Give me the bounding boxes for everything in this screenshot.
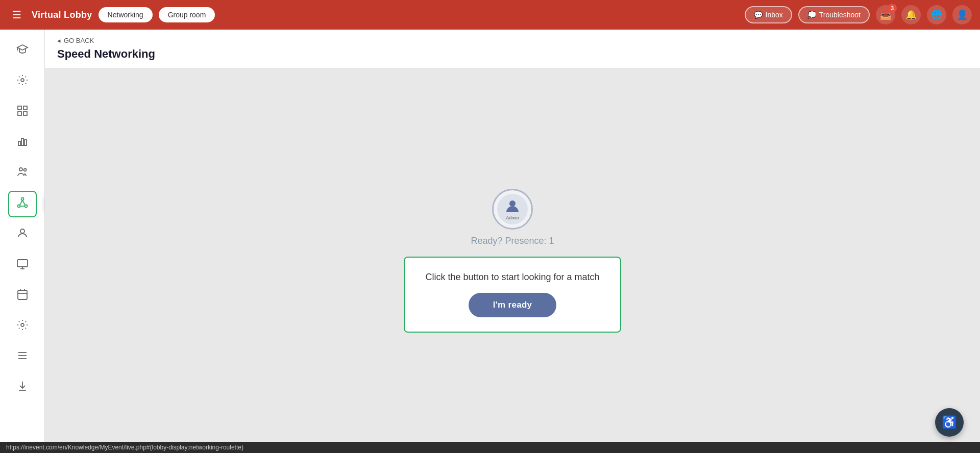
- user-avatar-circle: Admin: [492, 189, 533, 230]
- sidebar-item-list[interactable]: [8, 344, 37, 370]
- content-header: ◂ GO BACK Speed Networking: [45, 30, 980, 68]
- avatar-button[interactable]: 👤: [952, 5, 972, 24]
- sidebar-item-monitor[interactable]: [8, 252, 37, 279]
- download-icon: [16, 380, 29, 395]
- notifications-button[interactable]: 📤 3: [876, 5, 895, 24]
- svg-point-12: [17, 205, 20, 208]
- sidebar-item-chart[interactable]: [8, 130, 37, 156]
- troubleshoot-button[interactable]: 💭 Troubleshoot: [798, 6, 870, 23]
- attendees-icon: [16, 227, 29, 242]
- status-url: https://inevent.com/en/Knowledge/MyEvent…: [6, 444, 243, 451]
- inbox-button[interactable]: 💬 Inbox: [745, 6, 792, 23]
- svg-point-0: [21, 79, 24, 82]
- svg-point-29: [509, 200, 516, 207]
- main-layout: Virtual Lobby - Speed Networking: [0, 30, 980, 453]
- svg-point-11: [21, 198, 23, 200]
- avatar-inner: Admin: [497, 194, 528, 224]
- svg-rect-6: [18, 141, 20, 145]
- svg-rect-8: [24, 140, 27, 145]
- svg-point-10: [23, 169, 26, 171]
- svg-rect-4: [23, 112, 27, 115]
- sidebar-item-attendees[interactable]: [8, 221, 37, 248]
- sidebar-item-graduation[interactable]: [8, 38, 37, 64]
- navbar: ☰ Virtual Lobby Networking Group room 💬 …: [0, 0, 980, 30]
- sidebar-item-download[interactable]: [8, 374, 37, 401]
- inbox-icon: 💬: [754, 11, 763, 19]
- svg-rect-21: [18, 290, 27, 299]
- calendar-icon: [16, 288, 29, 304]
- sidebar-item-networking[interactable]: Virtual Lobby - Speed Networking: [8, 191, 37, 217]
- troubleshoot-icon: 💭: [807, 11, 816, 19]
- globe-icon: 🌐: [931, 9, 942, 20]
- sidebar-item-calendar[interactable]: [8, 283, 37, 309]
- page-title: Speed Networking: [57, 47, 968, 61]
- svg-point-25: [21, 323, 24, 326]
- networking-tab[interactable]: Networking: [99, 7, 153, 22]
- sidebar-item-settings[interactable]: [8, 68, 37, 95]
- status-bar: https://inevent.com/en/Knowledge/MyEvent…: [0, 442, 980, 453]
- avatar-label: Admin: [506, 215, 519, 220]
- list-icon: [16, 349, 29, 365]
- ready-button[interactable]: I'm ready: [469, 293, 557, 317]
- user-avatar-icon: 👤: [957, 9, 968, 20]
- navbar-left: ☰ Virtual Lobby Networking Group room: [8, 5, 215, 25]
- group-room-tab[interactable]: Group room: [159, 7, 215, 22]
- accessibility-button[interactable]: ♿: [935, 408, 964, 437]
- svg-point-13: [24, 205, 27, 208]
- brand-title: Virtual Lobby: [32, 10, 92, 20]
- notification-badge: 3: [888, 4, 897, 13]
- gear2-icon: [16, 319, 29, 334]
- people-group-icon: [16, 166, 29, 181]
- svg-rect-2: [23, 106, 27, 110]
- status-text: Ready? Presence: 1: [471, 236, 554, 246]
- sidebar-item-people[interactable]: [8, 160, 37, 187]
- navbar-right: 💬 Inbox 💭 Troubleshoot 📤 3 🔔 🌐 👤: [745, 5, 972, 24]
- sidebar-item-grid[interactable]: [8, 99, 37, 125]
- back-arrow-icon: ◂: [57, 37, 61, 44]
- grid-icon: [16, 105, 29, 120]
- match-box: Click the button to start looking for a …: [404, 257, 621, 333]
- networking-active-icon: [16, 196, 29, 212]
- go-back-link[interactable]: ◂ GO BACK: [57, 37, 968, 44]
- svg-rect-7: [21, 138, 23, 145]
- avatar-person-icon: [504, 198, 521, 214]
- content-body: Admin Ready? Presence: 1 Click the butto…: [45, 68, 980, 453]
- chart-icon: [16, 135, 29, 150]
- svg-line-15: [22, 200, 25, 205]
- center-card: Admin Ready? Presence: 1 Click the butto…: [404, 189, 621, 333]
- svg-point-9: [19, 168, 22, 171]
- bell-icon: 🔔: [905, 9, 917, 20]
- svg-point-17: [20, 229, 24, 233]
- svg-rect-3: [18, 112, 21, 115]
- globe-button[interactable]: 🌐: [927, 5, 946, 24]
- bell-button[interactable]: 🔔: [901, 5, 921, 24]
- sidebar: Virtual Lobby - Speed Networking: [0, 30, 45, 453]
- match-prompt: Click the button to start looking for a …: [425, 272, 599, 283]
- graduation-cap-icon: [16, 43, 29, 59]
- svg-rect-18: [17, 260, 28, 267]
- settings-icon: [16, 74, 29, 89]
- monitor-icon: [16, 258, 29, 273]
- sidebar-item-gear2[interactable]: [8, 313, 37, 340]
- svg-rect-1: [18, 106, 21, 110]
- accessibility-icon: ♿: [942, 415, 957, 430]
- content-area: ◂ GO BACK Speed Networking Admin: [45, 30, 980, 453]
- svg-line-14: [20, 200, 22, 205]
- menu-icon[interactable]: ☰: [8, 5, 26, 25]
